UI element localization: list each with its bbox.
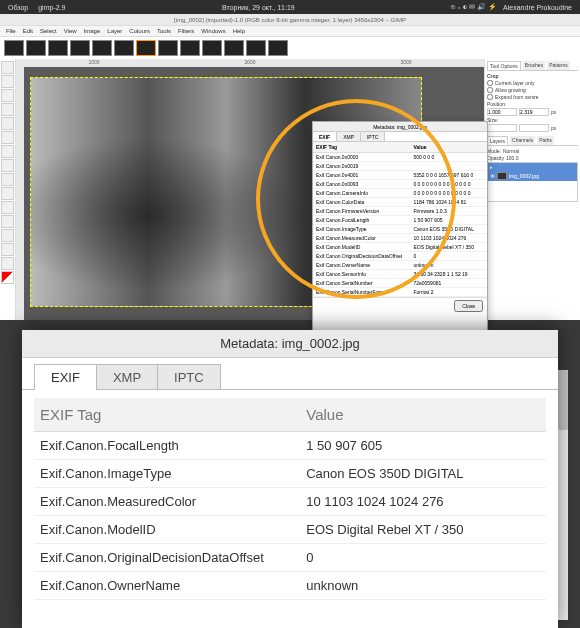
tab-xmp[interactable]: XMP <box>96 364 158 389</box>
layer-name[interactable]: img_0002.jpg <box>509 173 539 179</box>
tab-exif[interactable]: EXIF <box>34 364 97 389</box>
table-row[interactable]: Exif.Canon.FocalLength1 50 907 605 <box>313 216 487 225</box>
table-row[interactable]: Exif.Canon.OriginalDecisionDataOffset0 <box>313 252 487 261</box>
table-row[interactable]: Exif.Canon.ImageTypeCanon EOS 350D DIGIT… <box>313 225 487 234</box>
image-tab[interactable] <box>158 40 178 56</box>
col-header-tag[interactable]: EXIF Tag <box>34 398 300 431</box>
tool-colors[interactable] <box>1 271 14 284</box>
size-h[interactable] <box>519 124 549 132</box>
tool-eraser[interactable] <box>1 215 14 228</box>
tab-exif[interactable]: EXIF <box>313 132 337 141</box>
chk-expand-centre[interactable] <box>487 94 493 100</box>
tool-smudge[interactable] <box>1 243 14 256</box>
image-tab[interactable] <box>92 40 112 56</box>
image-tab[interactable] <box>48 40 68 56</box>
tool-flip[interactable] <box>1 131 14 144</box>
table-row[interactable]: Exif.Canon.ModelIDEOS Digital Rebel XT /… <box>34 516 546 544</box>
table-row[interactable]: Exif.Canon.0x0000500 0 0 0 <box>313 153 487 162</box>
image-tab[interactable] <box>268 40 288 56</box>
menu-tools[interactable]: Tools <box>157 28 171 34</box>
image-tab[interactable] <box>4 40 24 56</box>
menu-filters[interactable]: Filters <box>178 28 194 34</box>
size-w[interactable] <box>487 124 517 132</box>
cell-tag: Exif.Canon.MeasuredColor <box>316 235 413 241</box>
tab-brushes[interactable]: Brushes <box>523 61 545 70</box>
image-tab[interactable] <box>26 40 46 56</box>
table-row[interactable]: Exif.Canon.0x00930 0 0 0 0 0 0 0 0 0 0 0… <box>313 180 487 189</box>
gimp-main-window: Обзор gimp-2.9 Вторник, 29 окт., 11:19 ⎋… <box>0 0 580 320</box>
pos-y[interactable] <box>519 108 549 116</box>
menu-layer[interactable]: Layer <box>107 28 122 34</box>
tool-move[interactable] <box>1 61 14 74</box>
col-header-value[interactable]: Value <box>300 398 546 431</box>
image-tab[interactable] <box>224 40 244 56</box>
tool-crop[interactable] <box>1 89 14 102</box>
menu-bar[interactable]: File Edit Select View Image Layer Colour… <box>0 26 580 37</box>
table-row[interactable]: Exif.Canon.0x40015352 0 0 0 1657 697 616… <box>313 171 487 180</box>
tool-pencil[interactable] <box>1 187 14 200</box>
table-row[interactable]: Exif.Canon.MeasuredColor10 1103 1024 102… <box>34 488 546 516</box>
menu-windows[interactable]: Windows <box>201 28 225 34</box>
table-row[interactable]: Exif.Canon.OriginalDecisionDataOffset0 <box>34 544 546 572</box>
table-row[interactable]: Exif.Canon.0x0019 <box>313 162 487 171</box>
tool-gradient[interactable] <box>1 173 14 186</box>
table-row[interactable]: Exif.Canon.OwnerNameunknown <box>34 572 546 600</box>
tab-iptc[interactable]: IPTC <box>361 132 385 141</box>
user-name[interactable]: Alexandre Prokoudine <box>503 4 572 11</box>
table-row[interactable]: Exif.Canon.FirmwareVersionFirmware 1.0.3 <box>313 207 487 216</box>
table-row[interactable]: Exif.Canon.SensorInfo34 30 34 2328 1 1 5… <box>313 270 487 279</box>
image-tab[interactable] <box>246 40 266 56</box>
tab-patterns[interactable]: Patterns <box>547 61 570 70</box>
tab-tool-options[interactable]: Tool Options <box>487 61 521 70</box>
table-row[interactable]: Exif.Canon.CameraInfo0 0 0 0 0 0 0 0 0 0… <box>313 189 487 198</box>
table-row[interactable]: Exif.Canon.OwnerNameunknown <box>313 261 487 270</box>
cell-value: 1 50 907 605 <box>300 432 546 459</box>
tool-select[interactable] <box>1 75 14 88</box>
close-button[interactable]: Close <box>454 300 483 312</box>
tab-paths[interactable]: Paths <box>537 136 554 145</box>
table-row[interactable]: Exif.Canon.FocalLength1 50 907 605 <box>34 432 546 460</box>
scrollbar[interactable] <box>558 370 568 620</box>
menu-select[interactable]: Select <box>40 28 57 34</box>
canvas[interactable]: 100020003000 Metadata: img_0002.jpg EXIF… <box>16 59 484 320</box>
tool-scale[interactable] <box>1 117 14 130</box>
tool-dodge[interactable] <box>1 257 14 270</box>
layer-item[interactable]: 👁 img_0002.jpg <box>488 171 577 181</box>
table-row[interactable]: Exif.Canon.ImageTypeCanon EOS 350D DIGIT… <box>34 460 546 488</box>
chk-allow-grow[interactable] <box>487 87 493 93</box>
chk-current-layer[interactable] <box>487 80 493 86</box>
image-tab[interactable] <box>180 40 200 56</box>
status-icons[interactable]: ⎋ ▾ ◐ ✉ 🔊 ⚡ <box>451 3 497 11</box>
image-tab-active[interactable] <box>136 40 156 56</box>
image-tab[interactable] <box>114 40 134 56</box>
table-row[interactable]: Exif.Canon.ColorData1184 786 1024 1024 8… <box>313 198 487 207</box>
tool-text[interactable] <box>1 145 14 158</box>
tab-xmp[interactable]: XMP <box>337 132 361 141</box>
scrollbar-thumb[interactable] <box>558 370 568 430</box>
overview-btn[interactable]: Обзор <box>8 4 28 11</box>
tab-layers[interactable]: Layers <box>487 136 508 145</box>
tab-iptc[interactable]: IPTC <box>157 364 221 389</box>
table-row[interactable]: Exif.Canon.ModelIDEOS Digital Rebel XT /… <box>313 243 487 252</box>
image-tab[interactable] <box>70 40 90 56</box>
menu-colours[interactable]: Colours <box>129 28 150 34</box>
eye-icon[interactable]: 👁 <box>490 173 495 179</box>
cell-tag: Exif.Canon.0x0000 <box>316 154 413 160</box>
tool-bucket[interactable] <box>1 159 14 172</box>
menu-view[interactable]: View <box>64 28 77 34</box>
tab-channels[interactable]: Channels <box>510 136 535 145</box>
menu-image[interactable]: Image <box>84 28 101 34</box>
menu-edit[interactable]: Edit <box>23 28 33 34</box>
gnome-top-bar: Обзор gimp-2.9 Вторник, 29 окт., 11:19 ⎋… <box>0 0 580 14</box>
table-row[interactable]: Exif.Canon.MeasuredColor10 1103 1024 102… <box>313 234 487 243</box>
tool-clone[interactable] <box>1 229 14 242</box>
tool-rotate[interactable] <box>1 103 14 116</box>
tool-brush[interactable] <box>1 201 14 214</box>
pos-x[interactable] <box>487 108 517 116</box>
app-name[interactable]: gimp-2.9 <box>38 4 65 11</box>
menu-file[interactable]: File <box>6 28 16 34</box>
table-row[interactable]: Exif.Canon.SerialNumberFormatFormat 2 <box>313 288 487 297</box>
image-tab[interactable] <box>202 40 222 56</box>
menu-help[interactable]: Help <box>233 28 245 34</box>
table-row[interactable]: Exif.Canon.SerialNumber72e0059081 <box>313 279 487 288</box>
